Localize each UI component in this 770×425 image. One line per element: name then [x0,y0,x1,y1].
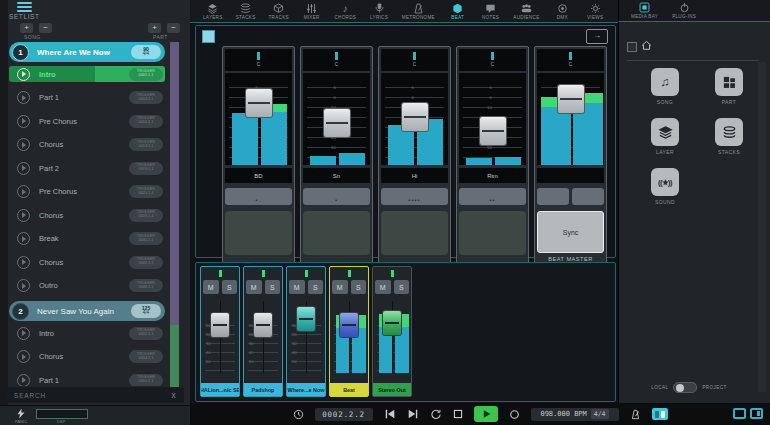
remove-part-button[interactable]: − [167,23,180,33]
home-icon[interactable] [641,40,652,51]
play-part-icon[interactable] [17,115,30,128]
position-display[interactable]: 0002.2.2 [315,408,373,421]
drum-pad[interactable] [225,211,292,255]
fader-handle[interactable] [480,117,506,145]
media-bay-scrollbar[interactable] [758,62,766,392]
fader-handle[interactable] [558,85,584,113]
mute-button[interactable]: M [203,280,219,294]
mute-button[interactable]: M [375,280,391,294]
setlist-part[interactable]: Part 1 TRIGGER0004.1.1 [9,90,165,106]
pan-control[interactable]: C [225,49,292,71]
scrollbar-song2-segment[interactable] [170,325,179,390]
setlist-part[interactable]: Pre Chorus TRIGGER0010.1.1 [9,113,165,129]
strip-fader[interactable] [375,299,409,375]
channel-fader[interactable]: 601020304050 [303,73,370,165]
record-button[interactable] [509,409,520,420]
go-to-start-button[interactable] [384,409,396,419]
stop-button[interactable] [453,409,463,419]
solo-button[interactable]: S [351,280,367,294]
play-button[interactable] [474,406,498,422]
pattern-select-button[interactable]: • [303,188,370,205]
mute-button[interactable]: M [289,280,305,294]
pattern-button-b[interactable] [572,188,604,205]
tempo-display[interactable]: 098.000 BPM 4/4 [531,408,619,421]
add-part-button[interactable]: + [148,23,161,33]
play-part-icon[interactable] [17,327,30,340]
search-clear-button[interactable]: X [163,392,184,399]
channel-fader[interactable]: 601020304050 [459,73,526,165]
beat-color-swatch[interactable] [202,30,215,43]
fader-handle[interactable] [402,103,428,131]
tab-plug-ins[interactable]: PLUG-INS [672,2,696,19]
tab-media-bay-active[interactable]: MEDIA BAY [631,2,658,19]
setlist-song-1[interactable]: 1 Where Are We Now 904/4 [9,42,165,62]
tab-tracks[interactable]: TRACKS [268,3,288,20]
mute-button[interactable]: M [246,280,262,294]
play-part-icon[interactable] [17,350,30,363]
solo-button[interactable]: S [394,280,410,294]
strip-fader[interactable]: 1020304050 [246,299,280,375]
layout-split-button[interactable] [750,408,763,419]
beat-next-page-button[interactable]: → [586,29,608,44]
setlist-part[interactable]: Outro TRIGGER0046.1.1 [9,278,165,294]
setlist-part[interactable]: Part 2 TRIGGER0019.1.1 [9,160,165,176]
panic-button[interactable]: PANIC [12,408,30,424]
tab-metronome[interactable]: METRONOME [402,3,435,20]
tab-mixer[interactable]: MIXER [302,3,322,20]
drum-pad[interactable] [459,211,526,255]
play-part-icon[interactable] [17,185,30,198]
mute-button[interactable]: M [332,280,348,294]
search-input[interactable] [6,391,163,400]
pattern-select-button[interactable]: •. [225,188,292,205]
mixer-strip-halion[interactable]: M S 1020304050 HALion...nic SE [200,266,240,397]
master-fader[interactable] [537,73,604,165]
play-part-icon[interactable] [17,68,30,81]
setlist-part[interactable]: Part 1 TRIGGER0010.1.1 [9,372,165,386]
tab-lyrics[interactable]: LYRICS [369,3,389,20]
tab-views[interactable]: VIEWS [585,3,605,20]
pattern-select-button[interactable]: •••• [381,188,448,205]
pan-control[interactable]: C [381,49,448,71]
mixer-strip-beat-selected[interactable]: M S Beat [329,266,369,397]
tab-notes[interactable]: NOTES [481,3,501,20]
tab-audience[interactable]: AUDIENCE [513,3,539,20]
drum-pad[interactable] [381,211,448,255]
drum-pad[interactable] [303,211,370,255]
sync-button[interactable]: Sync [537,211,604,253]
setlist-part[interactable]: Intro TRIGGER0001.1.1 [9,325,165,341]
play-part-icon[interactable] [17,209,30,222]
solo-button[interactable]: S [222,280,238,294]
media-tile-layer[interactable]: LAYER [637,118,693,155]
media-tile-part[interactable]: PART [701,68,757,105]
play-part-icon[interactable] [17,232,30,245]
fader-handle[interactable] [324,109,350,137]
strip-fader[interactable] [332,299,366,375]
setlist-part[interactable]: Chorus TRIGGER0013.1.1 [9,137,165,153]
mixer-strip-stereo-out[interactable]: M S Stereo Out [372,266,412,397]
metronome-button[interactable] [630,409,641,420]
setlist-scrollbar[interactable] [170,42,179,390]
play-part-icon[interactable] [17,91,30,104]
setlist-part[interactable]: Chorus TRIGGER0040.1.1 [9,254,165,270]
setlist-part[interactable]: Chorus TRIGGER0004.1.1 [9,349,165,365]
pan-control[interactable]: C [537,49,604,71]
setlist-part-intro-active[interactable]: Intro TRIGGER0001.1.1 [9,66,165,82]
tab-beat-active[interactable]: BEAT [448,3,468,20]
fader-handle[interactable] [340,313,358,337]
filter-checkbox[interactable] [627,42,637,52]
tab-stacks[interactable]: STACKS [236,3,256,20]
tab-layers[interactable]: LAYERS [203,3,223,20]
play-part-icon[interactable] [17,256,30,269]
setlist-part[interactable]: Pre Chorus TRIGGER0025.1.4 [9,184,165,200]
media-tile-sound[interactable]: ((★)) SOUND [637,168,693,205]
go-to-end-button[interactable] [407,409,419,419]
setlist-song-2[interactable]: 2 Never Saw You Again 1254/4 [9,301,165,321]
toggle-knob[interactable] [676,384,684,392]
mixer-strip-padshop[interactable]: M S 1020304050 Padshop [243,266,283,397]
remove-song-button[interactable]: − [39,23,52,33]
pattern-button-a[interactable] [537,188,569,205]
layout-single-button[interactable] [733,408,746,419]
fader-handle[interactable] [211,313,229,337]
solo-button[interactable]: S [308,280,324,294]
fader-handle[interactable] [383,311,401,335]
